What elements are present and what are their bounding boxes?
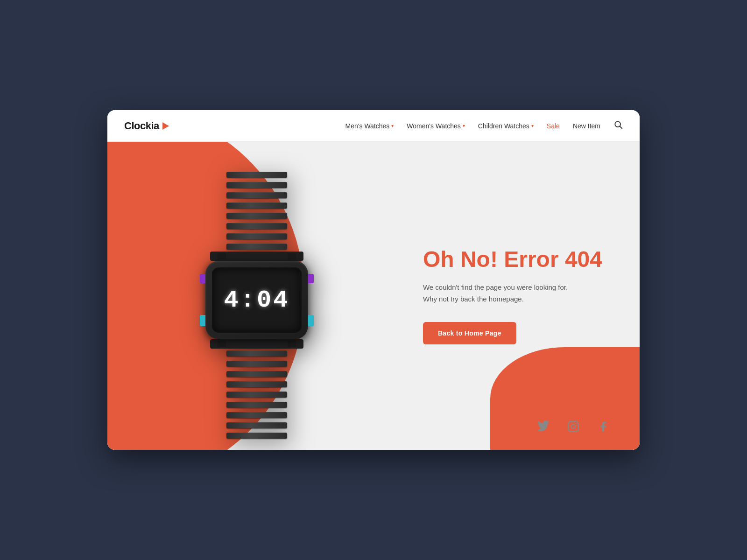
nav-item-mens[interactable]: Men's Watches ▾ xyxy=(345,122,394,130)
nav-label-mens: Men's Watches xyxy=(345,122,390,130)
error-content: Oh No! Error 404 We couldn't find the pa… xyxy=(423,247,602,344)
error-description-line2: Why not try back the homepage. xyxy=(423,295,524,303)
logo-text: Clockia xyxy=(124,120,159,132)
chevron-down-icon: ▾ xyxy=(531,123,534,128)
nav-label-children: Children Watches xyxy=(478,122,529,130)
nav-item-womens[interactable]: Women's Watches ▾ xyxy=(407,122,465,130)
svg-rect-2 xyxy=(568,421,578,432)
navbar: Clockia Men's Watches ▾ Women's Watches … xyxy=(107,110,640,142)
back-to-home-button[interactable]: Back to Home Page xyxy=(423,322,516,344)
watch-display-time: 4:04 xyxy=(224,287,290,314)
chevron-down-icon: ▾ xyxy=(391,123,394,128)
side-button-purple-top-left xyxy=(200,274,205,283)
search-button[interactable] xyxy=(613,120,623,132)
watch: 4:04 xyxy=(201,171,313,440)
watch-case: 4:04 xyxy=(205,261,308,339)
error-description-line1: We couldn't find the page you were looki… xyxy=(423,283,568,291)
nav-label-womens: Women's Watches xyxy=(407,122,461,130)
browser-window: Clockia Men's Watches ▾ Women's Watches … xyxy=(107,110,640,450)
side-button-cyan-bottom-right xyxy=(308,315,314,326)
main-content: 4:04 xyxy=(107,142,640,450)
svg-point-3 xyxy=(571,425,576,429)
watch-screen: 4:04 xyxy=(212,267,302,333)
watch-illustration: 4:04 xyxy=(154,161,359,450)
side-button-cyan-bottom-left xyxy=(200,315,205,326)
logo-play-icon xyxy=(162,122,169,130)
logo[interactable]: Clockia xyxy=(124,120,169,132)
twitter-icon[interactable] xyxy=(535,418,552,435)
instagram-icon[interactable] xyxy=(565,418,582,435)
nav-label-sale: Sale xyxy=(547,122,560,130)
error-title: Oh No! Error 404 xyxy=(423,247,602,272)
social-bar xyxy=(535,418,612,435)
chevron-down-icon: ▾ xyxy=(463,123,465,128)
svg-point-4 xyxy=(576,423,577,425)
nav-item-sale[interactable]: Sale xyxy=(547,122,560,130)
nav-links: Men's Watches ▾ Women's Watches ▾ Childr… xyxy=(345,120,623,132)
nav-item-children[interactable]: Children Watches ▾ xyxy=(478,122,534,130)
svg-line-1 xyxy=(620,126,622,129)
error-description: We couldn't find the page you were looki… xyxy=(423,281,602,305)
facebook-icon[interactable] xyxy=(595,418,612,435)
nav-item-new-item[interactable]: New Item xyxy=(573,122,600,130)
nav-label-new-item: New Item xyxy=(573,122,600,130)
side-button-purple-top-right xyxy=(308,274,314,283)
